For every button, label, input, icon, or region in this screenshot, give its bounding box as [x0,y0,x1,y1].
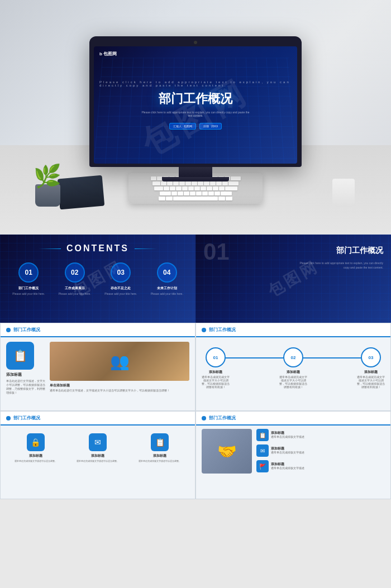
mug-decoration [332,179,355,207]
contents-title-row: CONTENTS [8,243,188,254]
screen-title: 部门工作概况 [159,90,232,107]
contents-num-04: 04 [157,262,177,283]
slide6-icon-label-3: 添加标题 [271,462,304,467]
slide3-body: 📋 添加标题 单击此处进行文字描述，文字大小可以调整，可以根据排版适当调整，乃报… [1,337,195,399]
slide3-right-text: 单击添加标题 通常单击此处进行文字描述，文字描述文字大小适当可以调整文字大小，可… [50,383,189,392]
slide5-icon-symbol-3: 📋 [155,438,165,447]
screen-content: Please click here to add appropriate tex… [94,46,297,164]
timeline-circle-3: 03 [361,347,381,367]
plant-decoration: 🌿 [34,165,61,207]
contents-sub-03: Please add your title here. [100,292,142,295]
timeline-circle-1: 01 [206,347,226,367]
plant-leaves: 🌿 [34,165,61,187]
top-section: 🌿 Please click here to add appropriate t… [0,0,391,235]
monitor-logo: b 包图网 [99,51,117,57]
slides-grid: CONTENTS 01 部门工作概况 Please add your title… [0,235,391,499]
slide6-header-text: 部门工作概况 [209,415,236,421]
slide-preview-4: 部门工作概况 01 添加标题 通常单击成就完成文字描述文字大小可以调整，可以根据… [196,323,391,411]
slide-preview-6: 部门工作概况 🤝 📋 添加标题 通常单击完成排版文字描述 ✉ 添加标题 [196,411,391,499]
contents-line-left [39,248,61,249]
monitor-screen: Please click here to add appropriate tex… [94,46,297,164]
slide3-sub-title: 单击添加标题 [50,383,189,388]
slide5-icon-symbol-1: 🔒 [31,438,40,447]
screen-badges: 汇报人 包图网 日期 20XX [169,123,222,130]
dept-big-num: 01 [203,240,230,264]
contents-label-02: 工作成果展示 [54,286,96,291]
contents-sub-01: Please add your title here. [8,292,50,295]
contents-sub-04: Please add your title here. [146,292,188,295]
slide6-dot [202,416,206,420]
slide3-add-title: 添加标题 [6,372,45,377]
contents-label-04: 未来工作计划 [146,286,188,291]
slide6-small-icon-2: ✉ [256,444,269,457]
slide5-icon-1: 🔒 [27,433,45,451]
slide5-header: 部门工作概况 [1,412,195,426]
contents-num-01: 01 [18,262,39,283]
contents-item-01: 01 部门工作概况 Please add your title here. [8,262,50,295]
slide5-body: 🔒 添加标题 通常单击完成排版文字描述可以适当调整。 ➤ ✉ 添加标题 通常单击… [1,426,195,467]
slide-preview-3: 部门工作概况 📋 添加标题 单击此处进行文字描述，文字大小可以调整，可以根据排版… [0,323,196,411]
slide6-icon-label-2: 添加标题 [271,447,304,451]
slide3-dot [6,328,11,332]
monitor-container: Please click here to add appropriate tex… [89,36,302,181]
contents-item-04: 04 未来工作计划 Please add your title here. [146,262,188,295]
slide6-body: 🤝 📋 添加标题 通常单击完成排版文字描述 ✉ 添加标题 通常单击完成排版文字描… [196,426,390,477]
slide3-icon-box: 📋 [6,342,34,370]
monitor-stand [179,167,212,177]
slide6-small-icon-3: 🚩 [256,460,269,472]
slide5-label-2: 添加标题 [91,453,104,458]
screen-subtitle: Please click here to add appropriate tex… [99,80,292,87]
timeline-label-3: 添加标题 [364,370,378,375]
contents-item-02: 02 工作成果展示 Please add your title here. [54,262,96,295]
slide3-meeting-img: 👥 [50,342,189,381]
slide5-item-2: ➤ ✉ 添加标题 通常单击完成排版文字描述可以适当调整。 [68,433,127,462]
slide5-icon-symbol-2: ✉ [94,438,101,447]
slide6-right: 📋 添加标题 通常单击完成排版文字描述 ✉ 添加标题 通常单击完成排版文字描述 … [256,429,385,474]
contents-num-03: 03 [111,262,131,283]
slide6-icon-row-3: 🚩 添加标题 通常单击完成排版文字描述 [256,460,385,472]
slide-contents: CONTENTS 01 部门工作概况 Please add your title… [0,235,196,323]
contents-sub-02: Please add your title here. [54,292,96,295]
slide5-dot [6,416,11,420]
slide4-dot [202,328,206,332]
timeline-circle-2: 02 [283,347,303,367]
contents-title: CONTENTS [66,243,129,254]
slide5-icons: 🔒 添加标题 通常单击完成排版文字描述可以适当调整。 ➤ ✉ 添加标题 通常单击… [6,433,189,462]
contents-label-01: 部门工作概况 [8,286,50,291]
slide6-icon-text-3: 添加标题 通常单击完成排版文字描述 [271,462,304,470]
slide6-icon-row-1: 📋 添加标题 通常单击完成排版文字描述 [256,429,385,441]
slide3-header: 部门工作概况 [1,323,195,337]
dept-desc: Please click here to add appropriate tex… [294,261,383,270]
timeline-item-2: 02 添加标题 通常单击成就完成文字描述文字大小可以调整，可以根据排版适当调整有… [279,347,307,389]
slide-preview-5: 部门工作概况 🔒 添加标题 通常单击完成排版文字描述可以适当调整。 ➤ [0,411,196,499]
slide4-header: 部门工作概况 [196,323,390,337]
contents-items: 01 部门工作概况 Please add your title here. 02… [8,262,188,295]
screen-badge-reporter: 汇报人 包图网 [169,123,196,130]
slide6-icon-label-1: 添加标题 [271,431,304,436]
slide3-sub-desc: 通常单击此处进行文字描述，文字描述文字大小适当可以调整文字大小，可以根据排版适当… [50,389,189,392]
slide6-header: 部门工作概况 [196,412,390,426]
screen-desc: Please click here to add appropriate tex… [140,111,251,117]
slide6-small-icon-1: 📋 [256,429,269,441]
slide3-header-text: 部门工作概况 [13,327,40,333]
slide5-item-3: ➤ 📋 添加标题 通常单击完成排版文字描述可以适当调整。 [131,433,189,462]
slide4-header-text: 部门工作概况 [209,327,236,333]
slide4-body: 01 添加标题 通常单击成就完成文字描述文字大小可以调整，可以根据排版适当调整有… [196,337,390,393]
dept-title: 部门工作概况 [336,246,383,256]
slide5-item-1: 🔒 添加标题 通常单击完成排版文字描述可以适当调整。 [6,433,65,462]
slide4-timeline: 01 添加标题 通常单击成就完成文字描述文字大小可以调整，可以根据排版适当调整有… [202,347,385,389]
slide5-label-1: 添加标题 [29,453,42,458]
slide5-label-3: 添加标题 [153,453,166,458]
monitor-camera [194,41,197,44]
slide-dept-hero: 01 部门工作概况 Please click here to add appro… [196,235,391,323]
timeline-text-3: 通常单击成就完成文字描述文字大小可以调整，可以根据排版适当调整有利有据！ [357,376,385,389]
slide6-icon-text-1: 添加标题 通常单击完成排版文字描述 [271,431,304,439]
slide3-add-text: 单击此处进行文字描述，文字大小可以调整，可以根据排版适当调整，乃报整排版文字，利… [6,379,45,395]
contents-label-03: 存在不足之处 [100,286,142,291]
slide6-icon-text-2: 添加标题 通常单击完成排版文字描述 [271,447,304,455]
slide5-text-2: 通常单击完成排版文字描述可以适当调整。 [77,460,119,462]
slide3-left: 📋 添加标题 单击此处进行文字描述，文字大小可以调整，可以根据排版适当调整，乃报… [6,342,45,395]
slide5-text-3: 通常单击完成排版文字描述可以适当调整。 [139,460,181,462]
slide6-icon-row-2: ✉ 添加标题 通常单击完成排版文字描述 [256,444,385,457]
contents-item-03: 03 存在不足之处 Please add your title here. [100,262,142,295]
